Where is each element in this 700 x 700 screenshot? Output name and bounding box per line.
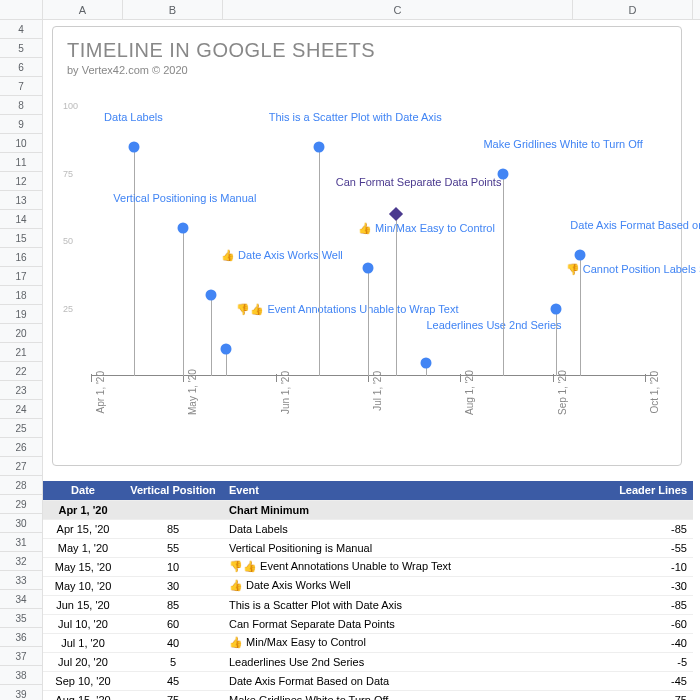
row-header[interactable]: 4 <box>0 20 42 39</box>
cell-vpos[interactable]: 60 <box>123 614 223 633</box>
cell-date[interactable]: Sep 10, '20 <box>43 671 123 690</box>
cell-event[interactable]: Chart Minimum <box>223 500 573 519</box>
row-header[interactable]: 24 <box>0 400 42 419</box>
row-header[interactable]: 21 <box>0 343 42 362</box>
cell-date[interactable]: May 10, '20 <box>43 576 123 595</box>
cell-date[interactable]: Jun 15, '20 <box>43 595 123 614</box>
table-row[interactable]: Jul 20, '205Leaderlines Use 2nd Series-5 <box>43 652 693 671</box>
data-point[interactable] <box>421 357 432 368</box>
cell-leader[interactable]: -30 <box>573 576 693 595</box>
row-header[interactable]: 36 <box>0 628 42 647</box>
data-point[interactable] <box>206 290 217 301</box>
cell-date[interactable]: Jul 1, '20 <box>43 633 123 652</box>
cell-event[interactable]: Can Format Separate Data Points <box>223 614 573 633</box>
row-header[interactable]: 8 <box>0 96 42 115</box>
row-header[interactable]: 35 <box>0 609 42 628</box>
cell-leader[interactable]: -60 <box>573 614 693 633</box>
table-row[interactable]: Jun 15, '2085This is a Scatter Plot with… <box>43 595 693 614</box>
row-header[interactable]: 23 <box>0 381 42 400</box>
table-row[interactable]: May 1, '2055Vertical Positioning is Manu… <box>43 538 693 557</box>
cell-vpos[interactable]: 5 <box>123 652 223 671</box>
cell-event[interactable]: Leaderlines Use 2nd Series <box>223 652 573 671</box>
row-header[interactable]: 19 <box>0 305 42 324</box>
cell-event[interactable]: 👎👍 Event Annotations Unable to Wrap Text <box>223 557 573 576</box>
cell-leader[interactable]: -75 <box>573 690 693 700</box>
row-header[interactable]: 27 <box>0 457 42 476</box>
row-header[interactable]: 17 <box>0 267 42 286</box>
data-point[interactable] <box>498 168 509 179</box>
data-point[interactable] <box>550 303 561 314</box>
cell-vpos[interactable]: 85 <box>123 595 223 614</box>
cell-event[interactable]: 👍 Date Axis Works Well <box>223 576 573 595</box>
row-header[interactable]: 10 <box>0 134 42 153</box>
col-header-A[interactable]: A <box>43 0 123 19</box>
cell-event[interactable]: 👍 Min/Max Easy to Control <box>223 633 573 652</box>
cell-leader[interactable]: -10 <box>573 557 693 576</box>
cell-vpos[interactable]: 75 <box>123 690 223 700</box>
header-leader[interactable]: Leader Lines <box>573 481 693 500</box>
header-vpos[interactable]: Vertical Position <box>123 481 223 500</box>
header-event[interactable]: Event <box>223 481 573 500</box>
cell-leader[interactable] <box>573 500 693 519</box>
table-row[interactable]: Aug 15, '2075Make Gridlines White to Tur… <box>43 690 693 700</box>
cell-event[interactable]: This is a Scatter Plot with Date Axis <box>223 595 573 614</box>
row-header[interactable]: 25 <box>0 419 42 438</box>
table-row[interactable]: Apr 15, '2085Data Labels-85 <box>43 519 693 538</box>
row-header[interactable]: 9 <box>0 115 42 134</box>
cell-date[interactable]: Aug 15, '20 <box>43 690 123 700</box>
cell-vpos[interactable] <box>123 500 223 519</box>
row-header[interactable]: 22 <box>0 362 42 381</box>
row-header[interactable]: 18 <box>0 286 42 305</box>
data-point[interactable] <box>129 141 140 152</box>
col-header-D[interactable]: D <box>573 0 693 19</box>
cell-date[interactable]: Apr 15, '20 <box>43 519 123 538</box>
col-header-C[interactable]: C <box>223 0 573 19</box>
cell-vpos[interactable]: 45 <box>123 671 223 690</box>
table-row[interactable]: Sep 10, '2045Date Axis Format Based on D… <box>43 671 693 690</box>
data-table[interactable]: Date Vertical Position Event Leader Line… <box>43 481 693 700</box>
table-row[interactable]: Jul 10, '2060Can Format Separate Data Po… <box>43 614 693 633</box>
row-header[interactable]: 5 <box>0 39 42 58</box>
data-point[interactable] <box>313 141 324 152</box>
data-point[interactable] <box>362 263 373 274</box>
row-header[interactable]: 15 <box>0 229 42 248</box>
header-date[interactable]: Date <box>43 481 123 500</box>
cell-leader[interactable]: -45 <box>573 671 693 690</box>
row-header[interactable]: 38 <box>0 666 42 685</box>
row-header[interactable]: 26 <box>0 438 42 457</box>
row-header[interactable]: 33 <box>0 571 42 590</box>
cell-leader[interactable]: -85 <box>573 519 693 538</box>
data-point[interactable] <box>389 207 403 221</box>
cell-leader[interactable]: -40 <box>573 633 693 652</box>
row-header[interactable]: 28 <box>0 476 42 495</box>
row-header[interactable]: 32 <box>0 552 42 571</box>
corner-cell[interactable] <box>0 0 43 19</box>
col-header-B[interactable]: B <box>123 0 223 19</box>
cell-vpos[interactable]: 40 <box>123 633 223 652</box>
cell-event[interactable]: Make Gridlines White to Turn Off <box>223 690 573 700</box>
cell-leader[interactable]: -85 <box>573 595 693 614</box>
row-header[interactable]: 29 <box>0 495 42 514</box>
cell-vpos[interactable]: 85 <box>123 519 223 538</box>
cell-vpos[interactable]: 55 <box>123 538 223 557</box>
row-header[interactable]: 6 <box>0 58 42 77</box>
cell-event[interactable]: Data Labels <box>223 519 573 538</box>
table-row[interactable]: May 10, '2030👍 Date Axis Works Well-30 <box>43 576 693 595</box>
data-point[interactable] <box>178 222 189 233</box>
data-point[interactable] <box>221 344 232 355</box>
table-row[interactable]: May 15, '2010👎👍 Event Annotations Unable… <box>43 557 693 576</box>
cell-event[interactable]: Date Axis Format Based on Data <box>223 671 573 690</box>
cell-vpos[interactable]: 10 <box>123 557 223 576</box>
cell-date[interactable]: May 1, '20 <box>43 538 123 557</box>
row-header[interactable]: 14 <box>0 210 42 229</box>
timeline-chart[interactable]: TIMELINE IN GOOGLE SHEETS by Vertex42.co… <box>52 26 682 466</box>
row-header[interactable]: 30 <box>0 514 42 533</box>
cell-date[interactable]: May 15, '20 <box>43 557 123 576</box>
cell-date[interactable]: Jul 10, '20 <box>43 614 123 633</box>
row-header[interactable]: 37 <box>0 647 42 666</box>
row-header[interactable]: 12 <box>0 172 42 191</box>
cell-leader[interactable]: -5 <box>573 652 693 671</box>
cell-event[interactable]: Vertical Positioning is Manual <box>223 538 573 557</box>
cell-vpos[interactable]: 30 <box>123 576 223 595</box>
data-point[interactable] <box>575 249 586 260</box>
